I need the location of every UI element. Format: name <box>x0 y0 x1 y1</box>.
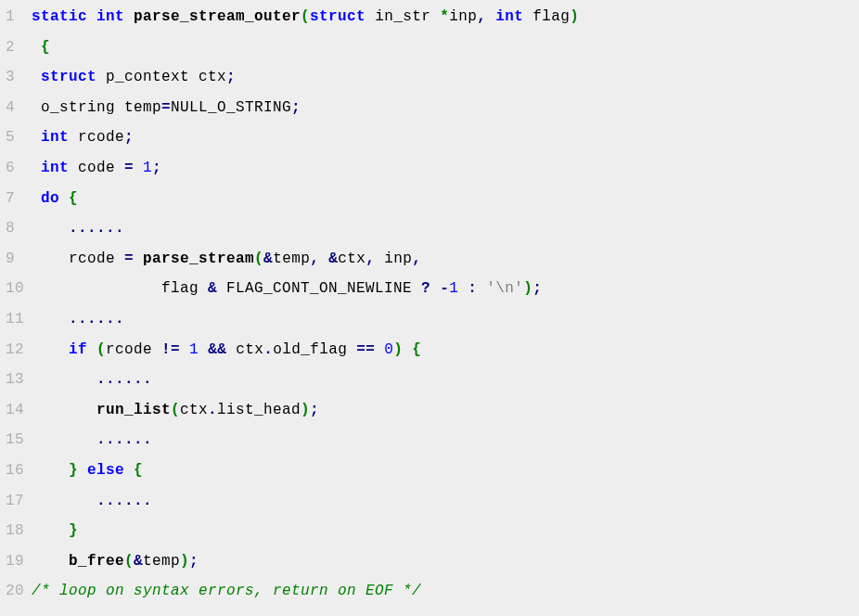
code-source: rcode = parse_stream(&temp, &ctx, inp, <box>32 248 859 270</box>
token-plain <box>180 341 189 358</box>
token-op: ; <box>291 99 301 116</box>
token-plain <box>477 280 486 297</box>
token-opp: { <box>69 190 78 207</box>
code-source: ...... <box>32 217 859 239</box>
token-plain <box>124 8 134 25</box>
indent <box>32 402 96 418</box>
token-num: 1 <box>143 160 152 176</box>
code-source: int rcode; <box>32 126 859 148</box>
token-plain <box>319 250 328 267</box>
code-line: 10 flag & FLAG_CONT_ON_NEWLINE ? -1 : '\… <box>0 277 859 308</box>
indent <box>32 462 69 479</box>
token-plain: in_str <box>365 8 440 25</box>
line-number: 4 <box>0 96 32 119</box>
line-number: 19 <box>0 550 32 572</box>
token-op: ...... <box>96 371 152 388</box>
token-opp: ( <box>171 402 180 418</box>
code-source: o_string temp=NULL_O_STRING; <box>32 96 859 119</box>
token-opp: ( <box>124 553 134 570</box>
token-op: ? <box>421 280 430 297</box>
line-number: 18 <box>0 520 32 542</box>
token-op: == <box>356 341 375 358</box>
line-number: 11 <box>0 308 32 330</box>
token-op: = <box>124 160 134 176</box>
code-line: 3 struct p_context ctx; <box>0 66 859 96</box>
token-op: ...... <box>69 311 124 327</box>
code-line: 7 do { <box>0 187 859 218</box>
code-source: struct p_context ctx; <box>32 66 859 88</box>
token-op: : <box>468 280 477 297</box>
indent <box>32 160 41 176</box>
indent <box>32 553 69 570</box>
line-number: 12 <box>0 339 32 361</box>
indent <box>32 190 41 207</box>
token-op: , <box>365 250 375 267</box>
code-line: 8 ...... <box>0 217 859 248</box>
token-kw: int <box>495 8 523 25</box>
code-line: 1static int parse_stream_outer(struct in… <box>0 6 859 36</box>
code-source: ...... <box>32 490 859 512</box>
token-opp: ( <box>96 341 106 358</box>
token-opp: ) <box>301 402 310 418</box>
token-plain: temp <box>273 250 310 267</box>
token-opp: { <box>412 341 421 358</box>
code-source: ...... <box>32 429 859 451</box>
token-op: , <box>310 250 319 267</box>
code-line: 2 { <box>0 36 859 67</box>
line-number: 17 <box>0 490 32 512</box>
code-line: 15 ...... <box>0 429 859 459</box>
token-op: & <box>208 280 217 297</box>
token-plain <box>486 8 495 25</box>
token-plain: temp <box>143 553 180 570</box>
token-plain <box>59 190 69 207</box>
token-op: ...... <box>96 431 152 448</box>
token-op: & <box>263 250 273 267</box>
token-kw: int <box>96 8 124 25</box>
line-number: 13 <box>0 368 32 391</box>
code-source: ...... <box>32 308 859 330</box>
indent <box>32 69 41 85</box>
code-line: 17 ...... <box>0 490 859 520</box>
code-source: { <box>32 36 859 58</box>
code-line: 18 } <box>0 520 859 550</box>
line-number: 1 <box>0 6 32 28</box>
token-plain: code <box>69 160 124 176</box>
token-plain: FLAG_CONT_ON_NEWLINE <box>217 280 421 297</box>
code-line: 19 b_free(&temp); <box>0 550 859 581</box>
indent <box>32 341 69 358</box>
token-op: != <box>161 341 180 358</box>
token-op: - <box>440 280 449 297</box>
token-opp: ) <box>180 553 189 570</box>
code-source: b_free(&temp); <box>32 550 859 572</box>
token-plain: flag <box>161 280 208 297</box>
code-block: 1static int parse_stream_outer(struct in… <box>0 0 859 616</box>
code-source: int code = 1; <box>32 157 859 179</box>
token-plain: inp <box>449 8 477 25</box>
token-plain <box>134 250 143 267</box>
code-source: run_list(ctx.list_head); <box>32 399 859 421</box>
token-op: & <box>328 250 338 267</box>
token-plain: rcode <box>69 129 124 146</box>
token-op: && <box>208 341 226 358</box>
code-line: 6 int code = 1; <box>0 157 859 187</box>
token-plain: o_string temp <box>41 99 161 116</box>
token-op: , <box>412 250 421 267</box>
token-opp: } <box>69 462 78 479</box>
code-line: 5 int rcode; <box>0 126 859 157</box>
indent <box>32 250 69 267</box>
token-plain: list_head <box>217 402 301 418</box>
token-plain <box>87 8 96 25</box>
code-source: if (rcode != 1 && ctx.old_flag == 0) { <box>32 339 859 361</box>
token-opp: ( <box>301 8 310 25</box>
indent <box>32 280 161 297</box>
code-line: 13 ...... <box>0 368 859 399</box>
indent <box>32 371 96 388</box>
token-str: '\n' <box>486 280 523 297</box>
token-opp: ) <box>570 8 579 25</box>
line-number: 2 <box>0 36 32 58</box>
code-source: /* loop on syntax errors, return on EOF … <box>32 580 859 602</box>
token-plain: ctx <box>338 250 365 267</box>
token-opp: ) <box>393 341 403 358</box>
line-number: 16 <box>0 459 32 481</box>
token-plain: inp <box>375 250 412 267</box>
